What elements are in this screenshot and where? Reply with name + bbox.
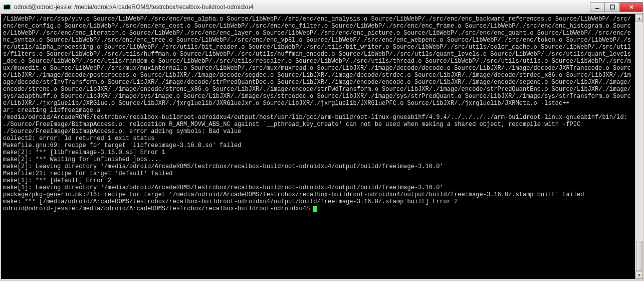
maximize-button[interactable] (605, 2, 620, 12)
title-bar: odroid@odroid-jessie: /media/odroid/Arca… (0, 0, 644, 14)
window-controls (590, 2, 643, 12)
scroll-up-button[interactable]: ▲ (635, 14, 643, 22)
minimize-button[interactable] (590, 2, 605, 12)
svg-rect-2 (5, 6, 6, 6)
putty-icon (3, 3, 11, 11)
svg-rect-4 (610, 5, 614, 9)
close-button[interactable] (620, 2, 643, 12)
window-title: odroid@odroid-jessie: /media/odroid/Arca… (14, 4, 590, 11)
scroll-thumb[interactable] (636, 241, 642, 271)
scroll-track[interactable] (635, 22, 643, 271)
svg-rect-3 (595, 8, 599, 9)
cursor (313, 206, 317, 212)
scrollbar[interactable]: ▲ ▼ (635, 14, 643, 279)
terminal-output[interactable]: /LibWebP/./src/dsp/yuv.o Source/LibWebP/… (1, 14, 635, 279)
scroll-down-button[interactable]: ▼ (635, 271, 643, 279)
